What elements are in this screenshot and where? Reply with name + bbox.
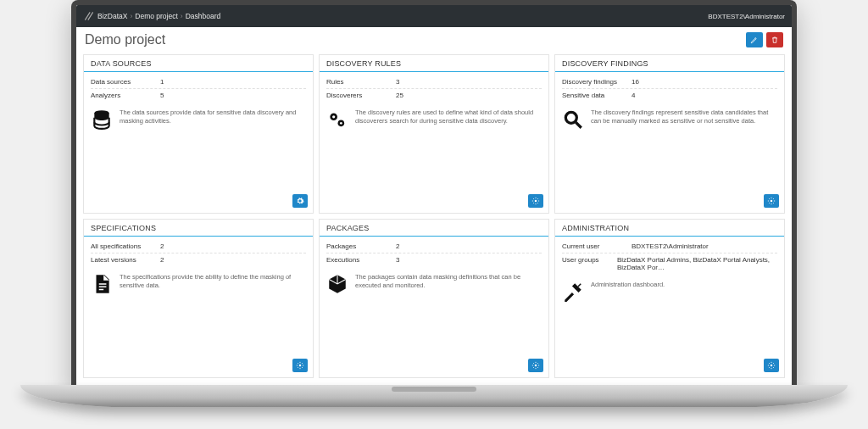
card-settings-button[interactable] [528,359,543,372]
breadcrumb-brand[interactable]: BizDataX [97,12,127,20]
card-stats: Rules3 Discoverers25 [320,72,548,103]
card-discovery-findings: DISCOVERY FINDINGS Discovery findings16 … [554,54,785,214]
title-actions [746,32,783,47]
stat-row: Rules3 [326,75,542,89]
card-footer [555,191,784,213]
card-title: DATA SOURCES [84,55,313,72]
card-title: ADMINISTRATION [555,220,784,237]
card-title: DISCOVERY FINDINGS [555,55,784,72]
stat-value: 2 [160,256,164,264]
database-icon [91,109,113,132]
breadcrumb-project[interactable]: Demo project [135,12,178,20]
package-icon [326,273,348,297]
card-footer [320,355,548,377]
card-desc-text: The discovery findings represent sensiti… [591,109,777,125]
edit-button[interactable] [746,32,763,47]
card-stats: Current userBDXTEST2\Administrator User … [555,237,784,276]
laptop-base [20,385,848,407]
stat-value: 5 [160,92,164,99]
stat-row: Packages2 [326,240,542,254]
card-title: SPECIFICATIONS [84,220,313,237]
card-desc-text: The discovery rules are used to define w… [355,109,542,125]
stat-key: User groups [562,256,617,271]
laptop-frame: BizDataX › Demo project › Dashboard BDXT… [0,0,868,429]
document-icon [91,273,113,297]
card-description: The discovery findings represent sensiti… [555,103,784,134]
stat-value: BDXTEST2\Administrator [632,242,709,250]
card-administration: ADMINISTRATION Current userBDXTEST2\Admi… [554,219,785,378]
card-title: PACKAGES [320,220,548,237]
brand-logo-icon [83,10,95,22]
screen-bezel: BizDataX › Demo project › Dashboard BDXT… [71,0,797,390]
stat-value: BizDataX Portal Admins, BizDataX Portal … [617,256,777,271]
stat-key: Rules [326,78,396,86]
breadcrumb: BizDataX › Demo project › Dashboard [83,10,220,22]
stat-key: Analyzers [91,92,160,99]
stat-key: Latest versions [91,256,160,264]
search-icon [562,109,584,132]
svg-point-10 [771,365,773,367]
svg-point-4 [340,122,342,125]
card-stats: Packages2 Executions3 [320,237,548,268]
card-desc-text: Administration dashboard. [591,281,665,289]
stat-value: 3 [396,256,399,264]
top-bar: BizDataX › Demo project › Dashboard BDXT… [76,5,792,27]
card-footer [555,355,784,377]
page-title: Demo project [85,32,165,47]
stat-key: All specifications [91,242,160,250]
stat-row: Sensitive data4 [562,89,777,102]
stat-row: Data sources1 [91,75,306,89]
breadcrumb-sep: › [130,12,132,20]
stat-key: Sensitive data [562,92,632,99]
breadcrumb-page[interactable]: Dashboard [186,12,221,20]
stat-row: All specifications2 [91,240,306,254]
card-stats: All specifications2 Latest versions2 [84,237,313,268]
card-description: The data sources provide data for sensit… [84,103,313,134]
stat-value: 2 [396,242,399,250]
dashboard-grid: DATA SOURCES Data sources1 Analyzers5 Th… [76,54,792,385]
card-settings-button[interactable] [764,194,779,208]
app-screen: BizDataX › Demo project › Dashboard BDXT… [76,5,792,385]
card-desc-text: The specifications provide the ability t… [120,273,306,290]
stat-value: 4 [632,92,635,99]
svg-point-8 [299,365,302,367]
tools-icon [562,281,584,304]
card-description: The discovery rules are used to define w… [320,103,548,134]
card-settings-button[interactable] [292,194,308,208]
stat-key: Discoverers [326,92,396,99]
card-stats: Discovery findings16 Sensitive data4 [555,72,784,103]
card-discovery-rules: DISCOVERY RULES Rules3 Discoverers25 The… [319,54,549,214]
delete-button[interactable] [766,32,783,47]
card-data-sources: DATA SOURCES Data sources1 Analyzers5 Th… [83,54,314,214]
svg-point-9 [535,365,537,367]
stat-value: 25 [396,92,403,99]
stat-key: Packages [326,242,396,250]
svg-point-2 [332,115,335,118]
stat-key: Current user [562,242,632,250]
svg-point-6 [565,112,576,123]
stat-row: User groupsBizDataX Portal Admins, BizDa… [562,254,777,274]
card-settings-button[interactable] [292,359,308,372]
breadcrumb-sep: › [181,12,183,20]
card-settings-button[interactable] [528,194,543,208]
card-footer [84,355,313,377]
card-description: The packages contain data masking defini… [320,268,548,298]
title-bar: Demo project [76,27,792,54]
stat-key: Executions [326,256,396,264]
svg-point-5 [535,200,537,203]
stat-key: Discovery findings [562,78,632,86]
card-settings-button[interactable] [764,359,779,372]
stat-row: Current userBDXTEST2\Administrator [562,240,777,254]
current-user-label[interactable]: BDXTEST2\Administrator [708,13,785,20]
card-desc-text: The data sources provide data for sensit… [120,109,306,125]
stat-row: Discovery findings16 [562,75,777,89]
stat-value: 1 [160,78,164,86]
svg-point-7 [771,200,773,203]
stat-value: 2 [160,242,164,250]
card-title: DISCOVERY RULES [320,55,548,72]
stat-value: 16 [632,78,639,86]
card-specifications: SPECIFICATIONS All specifications2 Lates… [83,219,314,378]
stat-row: Latest versions2 [91,254,306,266]
gears-icon [326,109,348,132]
stat-key: Data sources [91,78,160,86]
